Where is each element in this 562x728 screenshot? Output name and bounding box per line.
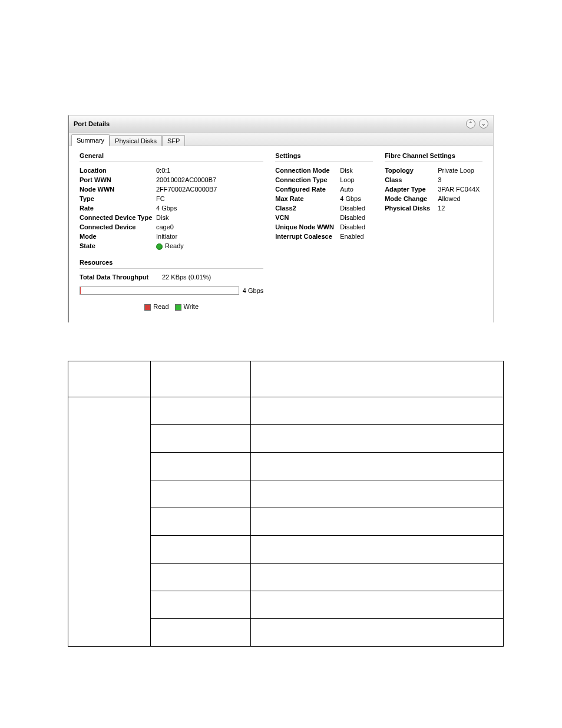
value-rate: 4 Gbps <box>156 203 263 213</box>
label-node-wwn: Node WWN <box>80 185 156 194</box>
value-mode-change: Allowed <box>438 194 482 203</box>
general-section: General Location0:0:1 Port WWN20010002AC… <box>80 152 263 311</box>
collapse-icon[interactable]: ⌃ <box>466 119 475 129</box>
label-connection-mode: Connection Mode <box>275 166 340 175</box>
label-physical-disks: Physical Disks <box>385 203 438 213</box>
label-fc-class: Class <box>385 175 438 185</box>
value-max-rate: 4 Gbps <box>340 194 373 203</box>
general-title: General <box>80 152 263 162</box>
label-rate: Rate <box>80 203 156 213</box>
label-topology: Topology <box>385 166 438 175</box>
value-state: Ready <box>156 241 263 251</box>
value-connection-type: Loop <box>340 175 373 185</box>
throughput-legend: Read Write <box>80 303 263 311</box>
status-dot-icon <box>156 243 163 250</box>
panel-title: Port Details <box>74 120 466 127</box>
value-connected-device: cage0 <box>156 222 263 232</box>
tab-sfp[interactable]: SFP <box>162 135 185 146</box>
value-adapter-type: 3PAR FC044X <box>438 185 482 194</box>
value-class2: Disabled <box>340 203 373 213</box>
value-physical-disks: 12 <box>438 203 482 213</box>
legend-write: Write <box>175 303 199 311</box>
label-class2: Class2 <box>275 203 340 213</box>
legend-read-swatch <box>144 304 151 311</box>
label-location: Location <box>80 166 156 175</box>
label-type: Type <box>80 194 156 203</box>
value-unique-node-wwn: Disabled <box>340 222 373 232</box>
description-table <box>68 361 504 647</box>
panel-header: Port Details ⌃ ⌄ <box>69 116 493 133</box>
legend-write-swatch <box>175 304 181 311</box>
tab-bar: Summary Physical Disks SFP <box>69 133 493 146</box>
throughput-bar <box>80 286 239 295</box>
tab-physical-disks[interactable]: Physical Disks <box>110 135 162 146</box>
fc-title: Fibre Channel Settings <box>385 152 482 162</box>
label-state: State <box>80 241 156 251</box>
value-location: 0:0:1 <box>156 166 263 175</box>
resources-section: Resources Total Data Throughput 22 KBps … <box>80 259 263 311</box>
throughput-bar-fill <box>80 287 81 294</box>
value-interrupt-coalesce: Enabled <box>340 232 373 241</box>
value-mode: Initiator <box>156 232 263 241</box>
settings-title: Settings <box>275 152 373 162</box>
label-mode-change: Mode Change <box>385 194 438 203</box>
settings-section: Settings Connection ModeDisk Connection … <box>275 152 373 311</box>
value-type: FC <box>156 194 263 203</box>
value-fc-class: 3 <box>438 175 482 185</box>
value-node-wwn: 2FF70002AC0000B7 <box>156 185 263 194</box>
value-connection-mode: Disk <box>340 166 373 175</box>
value-vcn: Disabled <box>340 213 373 222</box>
legend-read: Read <box>144 303 168 311</box>
label-port-wwn: Port WWN <box>80 175 156 185</box>
label-adapter-type: Adapter Type <box>385 185 438 194</box>
port-details-panel: Port Details ⌃ ⌄ Summary Physical Disks … <box>68 115 494 322</box>
label-connection-type: Connection Type <box>275 175 340 185</box>
label-vcn: VCN <box>275 213 340 222</box>
value-throughput: 22 KBps (0.01%) <box>162 272 263 282</box>
fibre-channel-section: Fibre Channel Settings TopologyPrivate L… <box>385 152 482 311</box>
label-connected-device-type: Connected Device Type <box>80 213 156 222</box>
label-connected-device: Connected Device <box>80 222 156 232</box>
value-configured-rate: Auto <box>340 185 373 194</box>
label-throughput: Total Data Throughput <box>80 272 162 282</box>
resources-title: Resources <box>80 259 263 269</box>
label-interrupt-coalesce: Interrupt Coalesce <box>275 232 340 241</box>
tab-summary[interactable]: Summary <box>71 134 110 146</box>
label-max-rate: Max Rate <box>275 194 340 203</box>
label-unique-node-wwn: Unique Node WWN <box>275 222 340 232</box>
value-port-wwn: 20010002AC0000B7 <box>156 175 263 185</box>
summary-body: General Location0:0:1 Port WWN20010002AC… <box>69 146 493 322</box>
throughput-max-label: 4 Gbps <box>243 287 263 294</box>
label-mode: Mode <box>80 232 156 241</box>
value-topology: Private Loop <box>438 166 482 175</box>
label-configured-rate: Configured Rate <box>275 185 340 194</box>
value-connected-device-type: Disk <box>156 213 263 222</box>
expand-icon[interactable]: ⌄ <box>479 119 488 129</box>
